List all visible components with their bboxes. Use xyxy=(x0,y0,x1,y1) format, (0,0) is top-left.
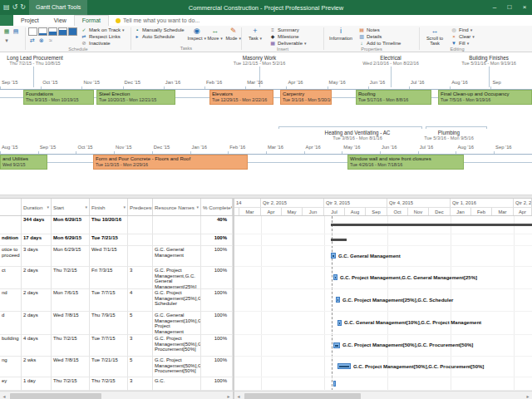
timeline-callout[interactable]: PlumbingTue 5/3/16 - Mon 9/5/16 xyxy=(424,130,474,140)
timeline-bar[interactable]: Window wall and store front closuresTue … xyxy=(347,155,464,170)
column-header-label: Duration xyxy=(23,204,42,210)
summary-bar[interactable] xyxy=(331,239,347,241)
table-row[interactable]: d2 daysWed 7/8/15Thu 7/9/155G.C. General… xyxy=(0,312,532,335)
chart-hscrollbar-thumb[interactable] xyxy=(244,393,361,399)
table-row[interactable]: ng2 wksWed 7/8/15Tue 7/21/155G.C. Projec… xyxy=(0,357,532,377)
percent-complete-25%-button[interactable] xyxy=(38,27,47,36)
filter-arrow-icon[interactable]: ▾ xyxy=(47,204,49,209)
callout-dates: Tue 5/31/16 - Mon 9/19/16 xyxy=(461,61,516,66)
view-icon[interactable]: ▦ xyxy=(2,27,11,35)
tell-me-box[interactable]: Tell me what you want to do... xyxy=(116,15,200,26)
notes-button[interactable]: ▤ Notes xyxy=(358,27,401,32)
task-bar[interactable] xyxy=(337,320,342,326)
filter-arrow-icon[interactable]: ▾ xyxy=(123,204,126,209)
tab-project[interactable]: Project xyxy=(13,15,47,26)
insert-milestone-button[interactable]: ◆ Milestone xyxy=(269,33,307,39)
scroll-left-icon[interactable]: ◂ xyxy=(0,392,8,399)
insert-task-button[interactable]: + Task▾ xyxy=(245,27,265,41)
timeline-callout[interactable]: Masonry WorkTue 12/1/15 - Mon 5/2/16 xyxy=(234,55,286,66)
table-row[interactable]: ct2 daysThu 7/2/15Fri 7/3/153G.C. Projec… xyxy=(0,267,532,289)
details-button[interactable]: ▥ Details xyxy=(358,33,401,39)
percent-complete-100%-button[interactable] xyxy=(68,27,77,36)
chart-hscrollbar[interactable]: ◂ ▸ xyxy=(234,392,532,399)
column-header--complete[interactable]: % Complete▾ xyxy=(201,199,233,215)
link-tasks-icon[interactable]: ⇄ xyxy=(28,37,37,44)
timeline-bar[interactable]: Steel ErectionTue 10/20/15 - Mon 12/21/1… xyxy=(96,90,175,105)
column-header-predecessors[interactable]: Predecessors▾ xyxy=(128,199,153,215)
timeline-callout[interactable]: ElectricalWed 2/10/16 - Mon 8/22/16 xyxy=(362,55,419,66)
scroll-left-icon[interactable]: ◂ xyxy=(234,392,243,399)
timeline-view[interactable]: Long Lead ProcurementThu 7/2/15 - Thu 10… xyxy=(0,52,532,195)
filter-arrow-icon[interactable]: ▾ xyxy=(85,204,87,209)
fill-button[interactable]: ▼ Fill▾ xyxy=(451,40,475,46)
insert-summary-button[interactable]: ≡ Summary xyxy=(269,27,307,32)
table-row[interactable]: ndition17 daysMon 6/29/15Tue 7/21/15100% xyxy=(0,234,532,246)
minimize-button[interactable]: – xyxy=(487,0,502,15)
grid-cell xyxy=(128,216,153,234)
file-tab[interactable] xyxy=(0,15,13,26)
tab-view[interactable]: View xyxy=(47,15,74,26)
find-button[interactable]: ◎ Find▾ xyxy=(451,27,475,32)
timeline-axis-label: Feb '16 xyxy=(229,145,245,150)
scroll-to-task-button[interactable]: ↔ Scroll to Task xyxy=(423,27,446,46)
table-row[interactable]: nd2 daysMon 7/6/15Tue 7/7/154G.C. Projec… xyxy=(0,289,532,312)
timeline-bar[interactable]: ElevatorsTue 12/29/15 - Mon 2/22/16 xyxy=(209,90,273,105)
task-bar[interactable] xyxy=(331,253,336,259)
save-icon[interactable]: ▤ xyxy=(3,0,10,15)
task-bar[interactable] xyxy=(336,297,340,303)
column-header-duration[interactable]: Duration▾ xyxy=(22,199,52,215)
unlink-tasks-icon[interactable]: ⊗ xyxy=(37,37,46,44)
timeline-bar[interactable]: FoundationsThu 9/3/15 - Mon 10/19/15 xyxy=(23,90,94,105)
redo-icon[interactable]: ↻ xyxy=(20,0,26,15)
move-button[interactable]: ↔ Move▾ xyxy=(207,27,224,41)
font-size-combo[interactable]: ▾ xyxy=(2,37,11,44)
table-hscrollbar-thumb[interactable] xyxy=(10,393,101,399)
summary-bar[interactable] xyxy=(331,224,532,226)
task-bar[interactable] xyxy=(333,342,340,348)
scroll-right-icon[interactable]: ▸ xyxy=(524,392,532,399)
contextual-tab-group-label[interactable]: Gantt Chart Tools xyxy=(29,0,87,15)
split-task-icon[interactable]: ≈ xyxy=(47,37,55,44)
task-bar[interactable] xyxy=(333,381,336,387)
mode-button[interactable]: ✎ Mode▾ xyxy=(225,27,242,41)
percent-complete-75%-button[interactable] xyxy=(58,27,67,36)
timeline-callout[interactable]: Heating and Ventilating - ACTue 3/8/16 -… xyxy=(325,130,391,140)
clear-button[interactable]: × Clear▾ xyxy=(451,33,475,39)
respect-links-button[interactable]: ⇄ Respect Links xyxy=(81,33,125,39)
information-button[interactable]: i Information xyxy=(328,27,354,41)
task-bar[interactable] xyxy=(333,274,337,280)
undo-icon[interactable]: ↺ xyxy=(12,0,18,15)
timeline-callout[interactable]: Building FinishesTue 5/31/16 - Mon 9/19/… xyxy=(461,55,516,66)
timeline-bar[interactable]: Final Clean-up and OccupancyTue 7/5/16 -… xyxy=(438,90,532,105)
inactivate-button[interactable]: ⊘ Inactivate xyxy=(81,40,125,46)
timeline-callout[interactable]: Long Lead ProcurementThu 7/2/15 - Thu 10… xyxy=(7,55,63,66)
task-bar[interactable] xyxy=(337,363,351,369)
table-row[interactable]: 344 daysMon 6/29/15Thu 10/20/1640% xyxy=(0,216,532,234)
close-button[interactable]: × xyxy=(517,0,532,15)
timeline-bar[interactable]: RoofingTue 5/17/16 - Mon 8/8/16 xyxy=(356,90,431,105)
timeline-bar[interactable]: Form and Pour Concrete - Floors and Roof… xyxy=(93,155,248,170)
table-row[interactable]: ey1 dayThu 7/2/15Thu 7/2/153G.C.100% xyxy=(0,377,532,391)
column-header-blank[interactable] xyxy=(0,199,22,215)
restore-button[interactable]: □ xyxy=(502,0,517,15)
paste-icon[interactable]: ▤ xyxy=(12,27,20,35)
inspect-button[interactable]: ◉ Inspect▾ xyxy=(189,27,205,41)
table-row[interactable]: otice to proceed3 daysMon 6/29/15Wed 7/1… xyxy=(0,246,532,267)
tab-format[interactable]: Format xyxy=(74,15,109,26)
mark-on-track-button[interactable]: ✓ Mark on Track▾ xyxy=(81,27,125,32)
filter-arrow-icon[interactable]: ▾ xyxy=(196,204,199,209)
table-row[interactable]: building4 daysThu 7/2/15Tue 7/7/153G.C. … xyxy=(0,335,532,357)
column-header-finish[interactable]: Finish▾ xyxy=(90,199,128,215)
add-to-timeline-button[interactable]: ↓ Add to Timeline xyxy=(358,40,401,46)
column-header-start[interactable]: Start▾ xyxy=(52,199,90,215)
timeline-bar[interactable]: and UtilitiesWed 9/2/15 xyxy=(0,155,47,170)
timeline-bar[interactable]: CarpentryTue 3/1/16 - Mon 5/30/16 xyxy=(280,90,332,105)
auto-schedule-button[interactable]: ▸ Auto Schedule xyxy=(134,33,185,39)
manually-schedule-button[interactable]: ▪ Manually Schedule xyxy=(134,27,185,32)
percent-complete-0%-button[interactable] xyxy=(28,27,37,36)
table-hscrollbar[interactable]: ◂ ▸ xyxy=(0,392,233,399)
column-header-resource-names[interactable]: Resource Names▾ xyxy=(153,199,201,215)
percent-complete-50%-button[interactable] xyxy=(48,27,57,36)
insert-deliverable-button[interactable]: ▦ Deliverable▾ xyxy=(269,40,307,46)
scroll-right-icon[interactable]: ▸ xyxy=(224,392,233,399)
